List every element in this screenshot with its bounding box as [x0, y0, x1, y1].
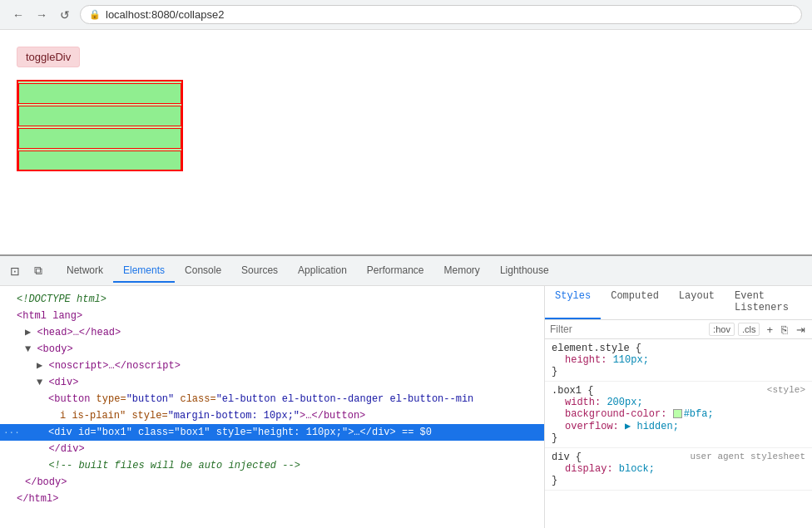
- tab-lighthouse[interactable]: Lighthouse: [490, 259, 559, 283]
- box1-selector-line: .box1 { <style>: [552, 385, 805, 397]
- box1-prop-bg: background-color: #bfa;: [552, 408, 805, 420]
- box1-prop-width: width: 200px;: [552, 397, 805, 408]
- styles-subtab-layout[interactable]: Layout: [669, 286, 725, 319]
- inner-row-1: [18, 83, 181, 104]
- styles-panel: Styles Computed Layout Event Listeners :…: [545, 286, 812, 528]
- element-style-selector: element.style {: [552, 343, 805, 354]
- dom-button-cont: i is-plain" style="margin-bottom: 10px;"…: [0, 407, 544, 424]
- element-style-prop1: height: 110px;: [552, 354, 805, 366]
- inner-row-4: [18, 151, 181, 171]
- dom-div-close: </div>: [0, 441, 544, 457]
- devtools-tabs-bar: ⊡ ⧉ Network Elements Console Sources App…: [0, 256, 812, 286]
- box1-style-rule: .box1 { <style> width: 200px; background…: [545, 382, 812, 448]
- box1-prop-overflow: overflow: ▶ hidden;: [552, 420, 805, 432]
- back-button[interactable]: ←: [10, 7, 27, 23]
- div-ua-style-rule: div { user agent stylesheet display: blo…: [545, 448, 812, 491]
- div-prop-display: display: block;: [552, 463, 805, 475]
- inspect-element-button[interactable]: ⊡: [5, 261, 25, 281]
- tab-memory[interactable]: Memory: [434, 259, 490, 283]
- elements-panel[interactable]: <!DOCTYPE html> <html lang> ▶ <head>…</h…: [0, 286, 545, 528]
- tab-performance[interactable]: Performance: [357, 259, 434, 283]
- box1-close: }: [552, 432, 805, 444]
- element-style-rule: element.style { height: 110px; }: [545, 339, 812, 382]
- browser-chrome: ← → ↺ 🔒 localhost:8080/collapse2: [0, 0, 812, 30]
- devtools-panel: ⊡ ⧉ Network Elements Console Sources App…: [0, 254, 812, 528]
- reload-button[interactable]: ↺: [57, 7, 73, 23]
- devtools-body: <!DOCTYPE html> <html lang> ▶ <head>…</h…: [0, 286, 812, 528]
- doctype-text: <!DOCTYPE html>: [17, 294, 106, 305]
- box1: [17, 80, 183, 171]
- forward-button[interactable]: →: [33, 7, 50, 23]
- toggle-div-button[interactable]: toggleDiv: [17, 47, 80, 67]
- page-content: toggleDiv: [0, 30, 812, 254]
- dom-div-open: ▼ <div>: [0, 374, 544, 391]
- dom-noscript: ▶ <noscript>…</noscript>: [0, 358, 544, 374]
- styles-subtab-event-listeners[interactable]: Event Listeners: [725, 286, 812, 319]
- device-toggle-button[interactable]: ⧉: [28, 261, 48, 281]
- dom-body-open: ▼ <body>: [0, 341, 544, 358]
- tab-elements[interactable]: Elements: [113, 259, 175, 283]
- add-style-button[interactable]: +: [765, 323, 775, 336]
- dom-html-close: </html>: [0, 491, 544, 507]
- styles-filter-bar: :hov .cls + ⎘ ⇥: [545, 320, 812, 339]
- inner-row-3: [18, 128, 181, 149]
- dom-html: <html lang>: [0, 308, 544, 324]
- address-bar[interactable]: 🔒 localhost:8080/collapse2: [80, 5, 802, 24]
- dom-comment: <!-- built files will be auto injected -…: [0, 457, 544, 474]
- styles-filter-input[interactable]: [550, 323, 704, 335]
- hov-button[interactable]: :hov: [709, 323, 735, 336]
- styles-subtab-styles[interactable]: Styles: [545, 286, 601, 319]
- expand-styles-button[interactable]: ⇥: [795, 323, 807, 336]
- tab-application[interactable]: Application: [288, 259, 357, 283]
- cls-button[interactable]: .cls: [738, 323, 760, 336]
- styles-subtab-computed[interactable]: Computed: [601, 286, 669, 319]
- dom-body-close: </body>: [0, 474, 544, 491]
- devtools-icon-group: ⊡ ⧉: [5, 261, 48, 281]
- copy-styles-button[interactable]: ⎘: [780, 323, 790, 336]
- element-style-close: }: [552, 366, 805, 377]
- inner-row-2: [18, 106, 181, 126]
- dom-button: <button type="button" class="el-button e…: [0, 391, 544, 407]
- styles-subtabs: Styles Computed Layout Event Listeners: [545, 286, 812, 320]
- tab-console[interactable]: Console: [175, 259, 231, 283]
- tab-sources[interactable]: Sources: [231, 259, 288, 283]
- tab-network[interactable]: Network: [57, 259, 113, 283]
- url-text: localhost:8080/collapse2: [106, 8, 224, 21]
- dom-doctype: <!DOCTYPE html>: [0, 291, 544, 308]
- div-close: }: [552, 475, 805, 486]
- div-selector-line: div { user agent stylesheet: [552, 452, 805, 463]
- lock-icon: 🔒: [89, 9, 101, 20]
- dom-head: ▶ <head>…</head>: [0, 324, 544, 341]
- three-dots-icon: ···: [3, 425, 20, 440]
- dom-box1[interactable]: ··· <div id="box1" class="box1" style="h…: [0, 424, 544, 441]
- hov-cls-buttons: :hov .cls: [709, 323, 760, 336]
